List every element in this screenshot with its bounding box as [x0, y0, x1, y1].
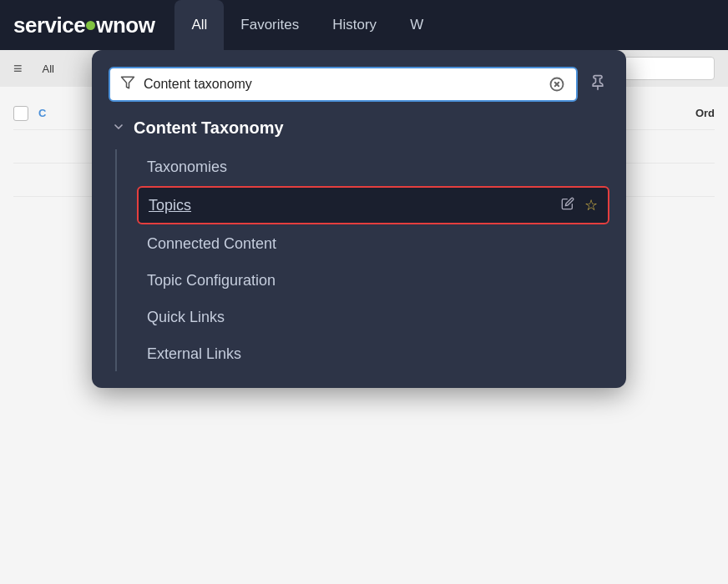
menu-item-topic-configuration[interactable]: Topic Configuration ☆ — [137, 263, 609, 298]
tab-favorites[interactable]: Favorites — [224, 0, 316, 50]
tab-workspaces-label: W — [410, 17, 423, 33]
tab-history-label: History — [332, 17, 377, 33]
pin-button[interactable] — [586, 74, 609, 95]
edit-icon[interactable] — [563, 309, 576, 325]
sidebar-toggle-icon[interactable]: ≡ — [13, 60, 23, 78]
menu-item-external-links-label: External Links — [147, 345, 241, 363]
chevron-down-icon — [112, 120, 125, 137]
menu-item-external-links[interactable]: External Links ☆ — [137, 336, 609, 371]
nav-tabs: All Favorites History W — [174, 0, 440, 50]
col-header-c: C — [38, 107, 46, 119]
tab-workspaces[interactable]: W — [393, 0, 440, 50]
menu-item-topic-configuration-label: Topic Configuration — [147, 272, 276, 289]
search-input[interactable] — [144, 77, 539, 92]
logo-text: servicewnow — [13, 13, 154, 38]
col-header-ord: Ord — [695, 107, 715, 119]
menu-item-quick-links-label: Quick Links — [147, 309, 225, 326]
star-icon[interactable]: ☆ — [586, 271, 599, 289]
tab-favorites-label: Favorites — [240, 17, 299, 33]
menu-item-topics-label: Topics — [149, 197, 191, 214]
edit-icon[interactable] — [563, 345, 576, 362]
tab-all[interactable]: All — [174, 0, 224, 50]
logo: servicewnow — [13, 13, 154, 38]
edit-icon[interactable] — [563, 235, 576, 252]
edit-icon[interactable] — [563, 159, 576, 175]
star-icon[interactable]: ☆ — [586, 234, 599, 253]
tab-all-label: All — [191, 17, 207, 33]
menu-item-connected-content[interactable]: Connected Content ☆ — [137, 226, 609, 261]
star-icon[interactable]: ☆ — [586, 345, 599, 363]
menu-item-connected-content-label: Connected Content — [147, 235, 276, 253]
top-nav: servicewnow All Favorites History W — [0, 0, 728, 50]
menu-item-topics-actions: ☆ — [561, 196, 598, 214]
logo-text-after: w — [96, 13, 113, 38]
star-icon[interactable]: ☆ — [584, 196, 598, 214]
search-dropdown: Content Taxonomy Taxonomies ☆ — [92, 50, 626, 388]
category-title: Content Taxonomy — [134, 118, 284, 138]
bg-filter-all-label: All — [43, 63, 54, 75]
logo-text-before: service — [13, 13, 85, 38]
search-input-wrapper[interactable] — [109, 67, 578, 102]
star-icon[interactable]: ☆ — [586, 308, 599, 326]
filter-icon — [120, 75, 135, 93]
tab-history[interactable]: History — [316, 0, 393, 50]
menu-item-taxonomies-label: Taxonomies — [147, 159, 227, 176]
category-header[interactable]: Content Taxonomy — [109, 118, 609, 138]
search-container — [109, 67, 609, 102]
menu-items-list: Taxonomies ☆ Topics — [115, 149, 609, 371]
logo-dot — [86, 21, 95, 30]
menu-item-topics[interactable]: Topics ☆ — [137, 186, 609, 224]
header-checkbox[interactable] — [13, 106, 28, 121]
menu-item-taxonomies[interactable]: Taxonomies ☆ — [137, 149, 609, 184]
edit-icon[interactable] — [563, 272, 576, 289]
clear-button[interactable] — [548, 75, 566, 93]
star-icon[interactable]: ☆ — [586, 158, 599, 176]
svg-marker-0 — [122, 77, 134, 88]
edit-icon[interactable] — [561, 197, 574, 214]
menu-item-quick-links[interactable]: Quick Links ☆ — [137, 300, 609, 335]
